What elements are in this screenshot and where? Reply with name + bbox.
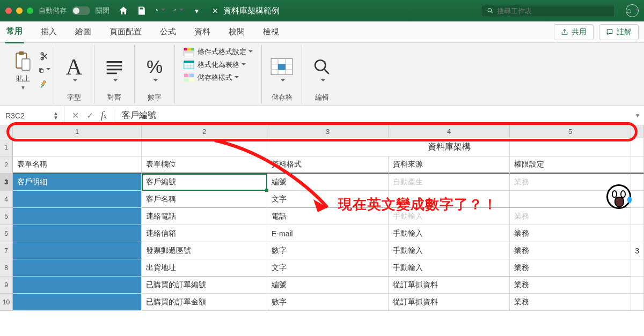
table-cell[interactable]: 已購買的訂單編號	[142, 277, 267, 294]
table-cell[interactable]: 業務	[510, 208, 631, 225]
qat-overflow-icon[interactable]: ▾	[191, 5, 202, 16]
header-cell[interactable]	[631, 156, 644, 174]
row-header[interactable]: 7	[0, 242, 13, 259]
table-cell[interactable]: 數字	[267, 242, 389, 259]
header-cell[interactable]: 表單名稱	[13, 156, 142, 174]
row-header[interactable]: 6	[0, 225, 13, 242]
tab-view[interactable]: 檢視	[262, 21, 280, 42]
table-cell[interactable]: 已購買的訂單金額	[142, 294, 267, 311]
table-cell[interactable]: 電話	[267, 208, 389, 225]
table-cell[interactable]: 手動輸入	[389, 225, 510, 242]
name-box[interactable]: R3C2 ▲▼	[0, 106, 64, 125]
sheet-title-text[interactable]: 資料庫架構	[389, 138, 510, 156]
row-header[interactable]: 4	[0, 191, 13, 208]
table-cell[interactable]	[389, 191, 510, 208]
row-header[interactable]: 3	[0, 174, 13, 191]
table-cell[interactable]: 客戶名稱	[142, 191, 267, 208]
table-cell[interactable]: 業務	[510, 294, 631, 311]
close-window-icon[interactable]	[5, 8, 12, 14]
window-controls[interactable]	[5, 8, 33, 14]
cell-styles-button[interactable]: 儲存格樣式	[184, 73, 253, 83]
table-cell[interactable]: 業務	[510, 259, 631, 277]
enter-formula-icon[interactable]: ✓	[86, 110, 93, 121]
table-cell[interactable]: 編號	[267, 277, 389, 294]
table-cell[interactable]: 業務	[510, 225, 631, 242]
table-cell[interactable]: 連絡信箱	[142, 225, 267, 242]
account-icon[interactable]: ☺	[626, 4, 639, 17]
cells-dropdown[interactable]	[270, 56, 293, 84]
editing-dropdown[interactable]	[311, 56, 333, 84]
table-cell[interactable]: 業務	[510, 277, 631, 294]
row-header[interactable]: 10	[0, 294, 13, 311]
row-header[interactable]: 9	[0, 277, 13, 294]
home-icon[interactable]	[118, 5, 129, 16]
row-header[interactable]: 2	[0, 156, 13, 174]
format-painter-icon[interactable]	[39, 79, 50, 89]
row-header[interactable]: 5	[0, 208, 13, 225]
redo-icon[interactable]	[173, 5, 184, 16]
font-dropdown[interactable]: A	[63, 56, 85, 84]
comment-button[interactable]: 註解	[599, 24, 639, 40]
share-button[interactable]: 共用	[554, 24, 594, 40]
header-cell[interactable]: 資料來源	[389, 156, 510, 174]
maximize-window-icon[interactable]	[27, 8, 33, 14]
conditional-formatting-button[interactable]: 條件式格式設定	[184, 47, 253, 57]
cancel-formula-icon[interactable]: ✕	[72, 110, 79, 121]
table-cell[interactable]: 編號	[267, 174, 389, 191]
select-all-corner[interactable]	[0, 125, 13, 138]
col-header-2[interactable]: 2	[142, 125, 267, 138]
table-cell[interactable]: 文字	[267, 259, 389, 277]
table-cell[interactable]: E-mail	[267, 225, 389, 242]
table-cell[interactable]: 客戶明細	[13, 174, 142, 191]
tab-data[interactable]: 資料	[193, 21, 211, 42]
row-header[interactable]: 8	[0, 259, 13, 277]
tab-home[interactable]: 常用	[5, 21, 24, 43]
table-cell[interactable]: 客戶編號	[142, 174, 267, 191]
table-cell[interactable]: 3	[631, 242, 644, 259]
copy-icon[interactable]	[39, 65, 50, 76]
fx-icon[interactable]: fx	[101, 110, 106, 121]
col-header-4[interactable]: 4	[389, 125, 510, 138]
col-header-extra[interactable]	[631, 125, 644, 138]
table-cell[interactable]: 手動輸入	[389, 259, 510, 277]
minimize-window-icon[interactable]	[16, 8, 23, 14]
table-cell[interactable]: 業務	[510, 242, 631, 259]
table-cell[interactable]: 連絡電話	[142, 208, 267, 225]
format-as-table-button[interactable]: 格式化為表格	[184, 60, 253, 70]
table-cell[interactable]: 發票郵遞區號	[142, 242, 267, 259]
table-cell[interactable]: 自動產生	[389, 174, 510, 191]
table-cell[interactable]: 文字	[267, 191, 389, 208]
table-cell[interactable]: 從訂單抓資料	[389, 277, 510, 294]
tab-formulas[interactable]: 公式	[159, 21, 177, 42]
formula-value[interactable]: 客戶編號	[122, 110, 156, 121]
sheet-title-cell[interactable]	[267, 138, 389, 156]
tab-page-layout[interactable]: 頁面配置	[108, 21, 143, 42]
column-headers[interactable]: 1 2 3 4 5	[0, 125, 644, 138]
search-box[interactable]	[481, 5, 615, 17]
table-cell[interactable]: 出貨地址	[142, 259, 267, 277]
header-cell[interactable]: 權限設定	[510, 156, 631, 174]
alignment-dropdown[interactable]	[103, 56, 126, 84]
autosave-toggle[interactable]	[72, 6, 90, 15]
paste-button[interactable]: 貼上 ▼	[12, 50, 34, 91]
search-input[interactable]	[497, 7, 609, 15]
cut-icon[interactable]	[39, 51, 50, 62]
tab-review[interactable]: 校閱	[228, 21, 246, 42]
header-cell[interactable]: 表單欄位	[142, 156, 267, 174]
tab-insert[interactable]: 插入	[40, 21, 58, 42]
number-format-dropdown[interactable]: %	[143, 56, 166, 84]
table-cell[interactable]: 數字	[267, 294, 389, 311]
name-box-stepper-icon[interactable]: ▲▼	[53, 111, 58, 120]
table-cell[interactable]: 手動輸入	[389, 208, 510, 225]
col-header-3[interactable]: 3	[267, 125, 389, 138]
col-header-5[interactable]: 5	[510, 125, 631, 138]
row-header[interactable]: 1	[0, 138, 13, 156]
table-cell[interactable]: 手動輸入	[389, 242, 510, 259]
expand-formula-bar-icon[interactable]: ▼	[634, 113, 644, 118]
table-cell[interactable]: 從訂單抓資料	[389, 294, 510, 311]
tab-draw[interactable]: 繪圖	[74, 21, 92, 42]
col-header-1[interactable]: 1	[13, 125, 142, 138]
save-icon[interactable]	[136, 5, 147, 16]
header-cell[interactable]: 資料格式	[267, 156, 389, 174]
undo-icon[interactable]	[155, 5, 165, 16]
